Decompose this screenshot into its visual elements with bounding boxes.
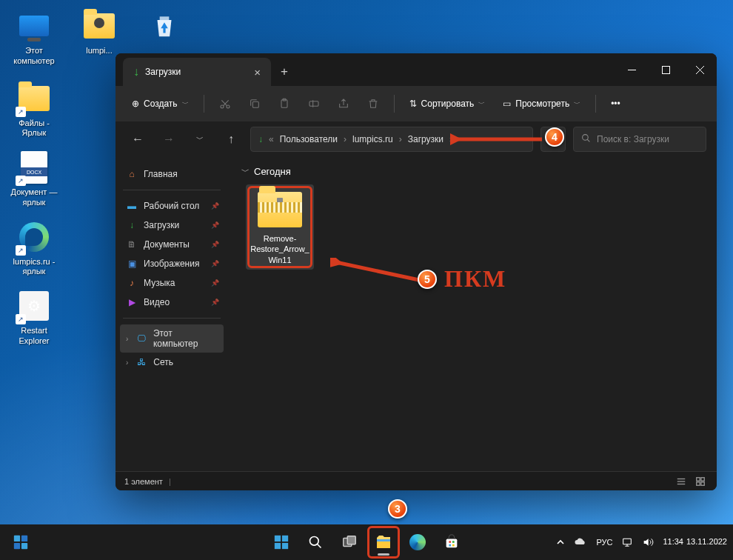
documents-icon: 🗎 (126, 239, 138, 250)
svg-rect-28 (282, 543, 288, 549)
svg-rect-38 (452, 544, 455, 547)
tab-close-icon[interactable]: × (254, 66, 261, 79)
desktop-icon-this-pc[interactable]: Этот компьютер (6, 6, 62, 70)
create-button[interactable]: ⊕ Создать ﹀ (124, 92, 196, 116)
annotation-badge-4: 4 (545, 127, 564, 147)
tray-chevron[interactable] (556, 538, 565, 547)
details-view-button[interactable] (674, 474, 689, 489)
desktop-icon-lumpics-folder[interactable]: lumpi... (71, 6, 127, 59)
pin-icon: 📌 (211, 241, 219, 248)
svg-rect-37 (449, 544, 451, 547)
cut-button[interactable] (212, 92, 238, 116)
titlebar[interactable]: ↓ Загрузки × + (116, 53, 717, 86)
svg-point-29 (310, 537, 319, 546)
sidebar-item-home[interactable]: ⌂ Главная (120, 164, 224, 184)
svg-rect-10 (309, 101, 318, 107)
up-button[interactable]: ↑ (219, 127, 243, 151)
chevron-right-icon: › (126, 359, 128, 367)
svg-rect-16 (701, 477, 704, 480)
breadcrumb-lumpics[interactable]: lumpics.ru (352, 134, 393, 144)
share-button[interactable] (330, 92, 357, 116)
back-button[interactable]: ← (126, 127, 150, 151)
svg-rect-36 (452, 541, 455, 543)
svg-rect-35 (449, 541, 451, 543)
taskbar-store[interactable] (437, 527, 466, 557)
content-area[interactable]: ﹀ Сегодня Remove-Restore_Arrow_Win11 (228, 157, 717, 471)
svg-point-6 (227, 105, 230, 108)
monitor-icon: 🖵 (135, 333, 147, 344)
sidebar-network-label: Сеть (153, 357, 173, 367)
tray-onedrive[interactable] (574, 536, 587, 549)
annotation-badge-3: 3 (388, 499, 407, 519)
svg-rect-22 (21, 536, 27, 541)
svg-rect-15 (697, 477, 700, 480)
breadcrumb-downloads[interactable]: Загрузки (408, 134, 444, 144)
delete-button[interactable] (360, 92, 386, 116)
sidebar-item-network[interactable]: › 🖧 Сеть (120, 353, 224, 372)
search-placeholder: Поиск в: Загрузки (597, 134, 669, 144)
pictures-icon: ▣ (126, 258, 138, 270)
maximize-button[interactable] (649, 53, 683, 86)
tray-network-icon[interactable] (621, 536, 633, 548)
sidebar-item-pictures[interactable]: ▣ Изображения 📌 (120, 254, 224, 273)
taskbar-clock[interactable]: 11:34 13.11.2022 (663, 537, 727, 547)
icons-view-button[interactable] (693, 474, 708, 489)
network-icon: 🖧 (135, 356, 147, 368)
sidebar-item-videos[interactable]: ▶ Видео 📌 (120, 293, 224, 312)
crumb-prefix: « (269, 134, 274, 144)
tray-language[interactable]: РУС (596, 538, 612, 547)
search-button[interactable] (301, 527, 330, 557)
sidebar-item-music[interactable]: ♪ Музыка 📌 (120, 273, 224, 293)
address-bar-row: ← → ﹀ ↑ ↓ « Пользователи › lumpics.ru › … (116, 121, 717, 157)
desktop-icon-recycle-bin[interactable] (136, 6, 193, 49)
svg-rect-2 (662, 66, 669, 73)
downloads-icon: ↓ (126, 219, 138, 231)
music-icon: ♪ (126, 277, 138, 289)
breadcrumb-users[interactable]: Пользователи (280, 134, 338, 144)
close-button[interactable] (683, 53, 717, 86)
more-button[interactable]: ••• (603, 92, 628, 116)
start-button[interactable] (267, 527, 296, 557)
sort-button[interactable]: ⇅ Сортировать ﹀ (402, 92, 493, 116)
sidebar-this-pc-label: Этот компьютер (153, 328, 218, 349)
new-tab-button[interactable]: + (271, 58, 298, 86)
sidebar-item-desktop[interactable]: ▬ Рабочий стол 📌 (120, 196, 224, 216)
desktop-icon-restart-explorer[interactable]: ⚙↗ Restart Explorer (6, 286, 62, 350)
copy-button[interactable] (241, 92, 268, 116)
svg-point-11 (583, 135, 589, 141)
svg-rect-21 (14, 536, 20, 541)
file-item-zip[interactable]: Remove-Restore_Arrow_Win11 (246, 184, 314, 270)
download-icon: ↓ (133, 65, 139, 79)
task-view-button[interactable] (335, 527, 364, 557)
sort-label: Сортировать (421, 99, 475, 109)
statusbar: 1 элемент | (116, 471, 717, 490)
view-button[interactable]: ▭ Просмотреть ﹀ (495, 92, 588, 116)
svg-rect-7 (252, 101, 258, 107)
chevron-right-icon: › (344, 134, 347, 144)
taskbar-explorer[interactable] (369, 527, 398, 557)
sidebar-item-downloads[interactable]: ↓ Загрузки 📌 (120, 216, 224, 235)
tray-volume-icon[interactable] (642, 536, 654, 548)
sidebar-desktop-label: Рабочий стол (144, 201, 199, 211)
tab-downloads[interactable]: ↓ Загрузки × (123, 58, 271, 86)
view-label: Просмотреть (515, 99, 569, 109)
sidebar-item-this-pc[interactable]: › 🖵 Этот компьютер (120, 324, 224, 353)
view-icon: ▭ (503, 99, 511, 109)
forward-button[interactable]: → (157, 127, 181, 151)
rename-button[interactable] (301, 92, 327, 116)
paste-button[interactable] (271, 92, 298, 116)
svg-rect-39 (623, 539, 632, 544)
search-input[interactable]: Поиск в: Загрузки (573, 127, 706, 152)
sidebar-music-label: Музыка (144, 278, 175, 288)
chevron-down-icon: ﹀ (574, 99, 580, 109)
desktop-icon-document-shortcut[interactable]: DOCX↗ Документ — ярлык (6, 147, 62, 211)
pin-icon: 📌 (211, 202, 219, 210)
taskbar-edge[interactable] (403, 527, 432, 557)
recent-locations-button[interactable]: ﹀ (188, 127, 212, 151)
minimize-button[interactable] (615, 53, 649, 86)
group-header-today[interactable]: ﹀ Сегодня (241, 166, 703, 177)
widgets-button[interactable] (6, 527, 36, 557)
sidebar-item-documents[interactable]: 🗎 Документы 📌 (120, 235, 224, 254)
desktop-icon-files-shortcut[interactable]: ↗ Файлы - Ярлык (6, 79, 62, 142)
desktop-icon-lumpics-shortcut[interactable]: ↗ lumpics.ru - ярлык (6, 217, 62, 281)
